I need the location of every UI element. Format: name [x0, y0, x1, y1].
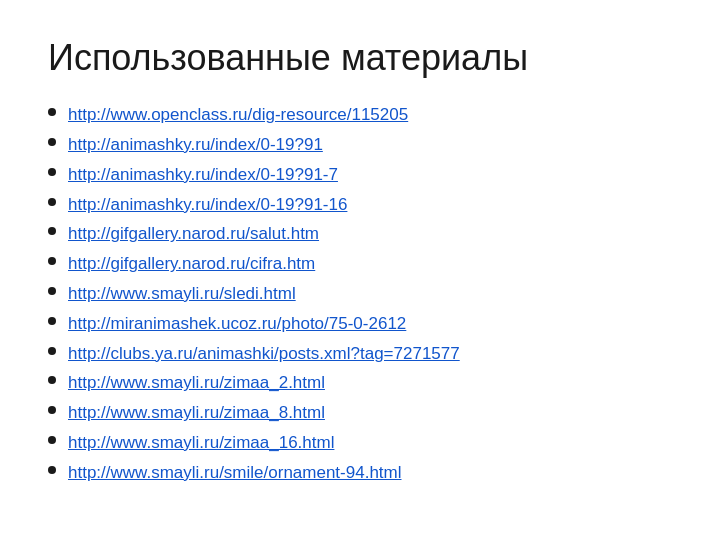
- link-item-9[interactable]: http://www.smayli.ru/zimaa_2.html: [68, 371, 325, 395]
- list-item: http://www.smayli.ru/zimaa_8.html: [48, 401, 672, 425]
- list-item: http://animashky.ru/index/0-19?91: [48, 133, 672, 157]
- list-item: http://animashky.ru/index/0-19?91-7: [48, 163, 672, 187]
- list-item: http://animashky.ru/index/0-19?91-16: [48, 193, 672, 217]
- bullet-icon: [48, 317, 56, 325]
- link-item-11[interactable]: http://www.smayli.ru/zimaa_16.html: [68, 431, 334, 455]
- list-item: http://www.openclass.ru/dig-resource/115…: [48, 103, 672, 127]
- link-item-8[interactable]: http://clubs.ya.ru/animashki/posts.xml?t…: [68, 342, 460, 366]
- link-item-12[interactable]: http://www.smayli.ru/smile/ornament-94.h…: [68, 461, 402, 485]
- link-item-3[interactable]: http://animashky.ru/index/0-19?91-16: [68, 193, 347, 217]
- link-item-10[interactable]: http://www.smayli.ru/zimaa_8.html: [68, 401, 325, 425]
- list-item: http://clubs.ya.ru/animashki/posts.xml?t…: [48, 342, 672, 366]
- slide-container: Использованные материалы http://www.open…: [0, 0, 720, 540]
- link-item-5[interactable]: http://gifgallery.narod.ru/cifra.htm: [68, 252, 315, 276]
- list-item: http://gifgallery.narod.ru/salut.htm: [48, 222, 672, 246]
- bullet-icon: [48, 466, 56, 474]
- link-item-4[interactable]: http://gifgallery.narod.ru/salut.htm: [68, 222, 319, 246]
- list-item: http://www.smayli.ru/sledi.html: [48, 282, 672, 306]
- link-item-1[interactable]: http://animashky.ru/index/0-19?91: [68, 133, 323, 157]
- list-item: http://www.smayli.ru/zimaa_16.html: [48, 431, 672, 455]
- bullet-icon: [48, 406, 56, 414]
- link-item-7[interactable]: http://miranimashek.ucoz.ru/photo/75-0-2…: [68, 312, 406, 336]
- bullet-icon: [48, 138, 56, 146]
- links-list: http://www.openclass.ru/dig-resource/115…: [48, 103, 672, 490]
- bullet-icon: [48, 198, 56, 206]
- link-item-2[interactable]: http://animashky.ru/index/0-19?91-7: [68, 163, 338, 187]
- link-item-0[interactable]: http://www.openclass.ru/dig-resource/115…: [68, 103, 408, 127]
- bullet-icon: [48, 287, 56, 295]
- bullet-icon: [48, 436, 56, 444]
- bullet-icon: [48, 376, 56, 384]
- bullet-icon: [48, 347, 56, 355]
- list-item: http://www.smayli.ru/smile/ornament-94.h…: [48, 461, 672, 485]
- bullet-icon: [48, 227, 56, 235]
- link-item-6[interactable]: http://www.smayli.ru/sledi.html: [68, 282, 296, 306]
- list-item: http://gifgallery.narod.ru/cifra.htm: [48, 252, 672, 276]
- bullet-icon: [48, 108, 56, 116]
- bullet-icon: [48, 168, 56, 176]
- list-item: http://www.smayli.ru/zimaa_2.html: [48, 371, 672, 395]
- slide-title: Использованные материалы: [48, 36, 672, 79]
- list-item: http://miranimashek.ucoz.ru/photo/75-0-2…: [48, 312, 672, 336]
- bullet-icon: [48, 257, 56, 265]
